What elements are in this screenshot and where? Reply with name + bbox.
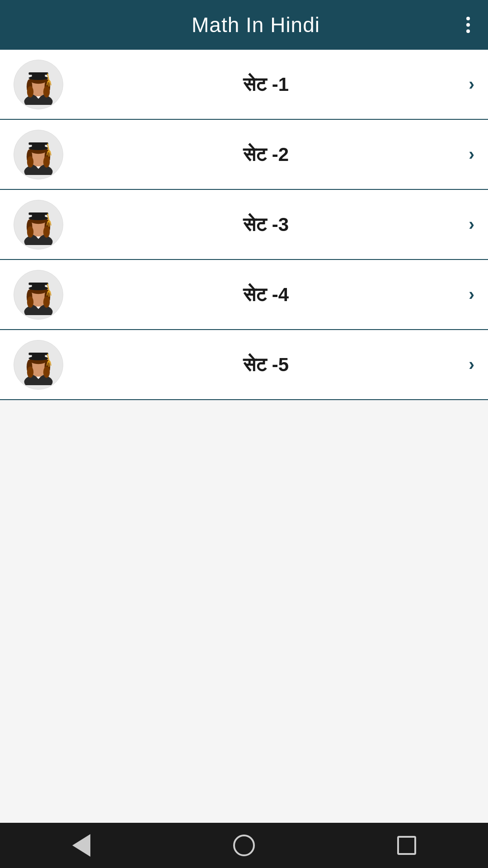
- app-header: Math In Hindi: [0, 0, 488, 50]
- recent-square-icon: [397, 836, 416, 855]
- list-item[interactable]: सेट -2 ›: [0, 120, 488, 190]
- set-label: सेट -2: [63, 144, 469, 165]
- back-triangle-icon: [72, 834, 90, 857]
- svg-point-50: [48, 220, 50, 222]
- svg-rect-30: [28, 142, 48, 145]
- svg-point-45: [43, 226, 50, 237]
- dot-3: [466, 29, 470, 33]
- svg-point-81: [43, 366, 50, 377]
- overflow-menu-button[interactable]: [466, 17, 470, 33]
- set-label: सेट -1: [63, 74, 469, 95]
- home-circle-icon: [233, 835, 255, 856]
- app-title: Math In Hindi: [192, 13, 320, 37]
- dot-2: [466, 23, 470, 27]
- list-item[interactable]: सेट -1 ›: [0, 50, 488, 120]
- chevron-right-icon: ›: [469, 355, 474, 374]
- chevron-right-icon: ›: [469, 75, 474, 94]
- svg-line-89: [50, 361, 51, 365]
- bottom-navigation: [0, 823, 488, 868]
- svg-line-17: [50, 81, 51, 85]
- svg-point-44: [27, 226, 33, 237]
- svg-line-53: [50, 221, 51, 225]
- avatar: [14, 340, 63, 390]
- svg-point-26: [27, 156, 33, 167]
- nav-back-button[interactable]: [68, 832, 95, 859]
- list-item[interactable]: सेट -5 ›: [0, 330, 488, 400]
- svg-rect-66: [28, 283, 48, 285]
- chevron-right-icon: ›: [469, 215, 474, 234]
- list-item[interactable]: सेट -3 ›: [0, 190, 488, 260]
- svg-rect-48: [28, 212, 48, 215]
- set-label: सेट -5: [63, 354, 469, 376]
- svg-point-86: [48, 360, 50, 363]
- set-label: सेट -3: [63, 214, 469, 236]
- set-list: सेट -1 ›: [0, 50, 488, 823]
- avatar: [14, 60, 63, 109]
- svg-point-8: [27, 86, 33, 97]
- svg-point-14: [48, 80, 50, 82]
- svg-point-62: [27, 296, 33, 307]
- chevron-right-icon: ›: [469, 145, 474, 164]
- svg-rect-12: [28, 72, 48, 75]
- list-item[interactable]: सेट -4 ›: [0, 260, 488, 330]
- svg-rect-84: [28, 353, 48, 355]
- chevron-right-icon: ›: [469, 285, 474, 304]
- nav-recent-button[interactable]: [393, 832, 420, 859]
- set-label: सेट -4: [63, 284, 469, 306]
- svg-point-68: [48, 290, 50, 292]
- svg-line-71: [50, 291, 51, 295]
- svg-point-9: [43, 86, 50, 97]
- svg-line-35: [50, 151, 51, 155]
- svg-point-63: [43, 296, 50, 307]
- svg-point-32: [48, 150, 50, 152]
- svg-point-27: [43, 156, 50, 167]
- avatar: [14, 130, 63, 179]
- svg-point-80: [27, 366, 33, 377]
- avatar: [14, 200, 63, 250]
- nav-home-button[interactable]: [230, 832, 258, 859]
- dot-1: [466, 17, 470, 20]
- avatar: [14, 270, 63, 320]
